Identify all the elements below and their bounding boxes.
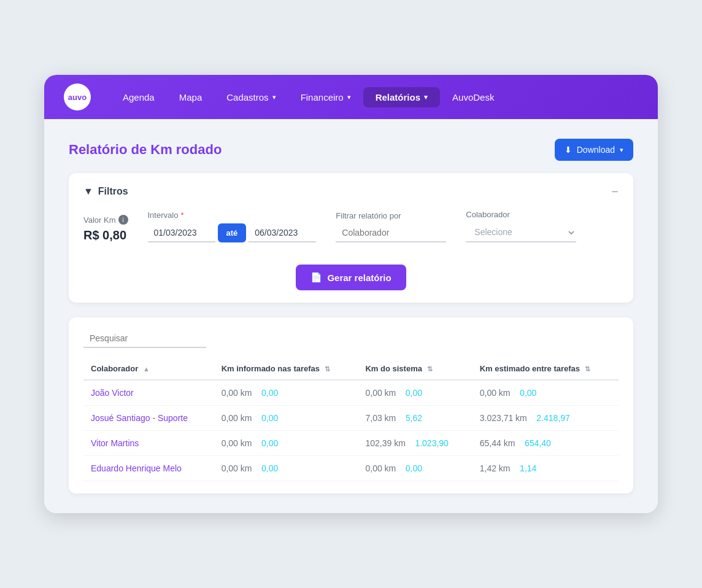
sort-both-icon[interactable]: ⇅ [325, 365, 330, 373]
chevron-down-icon: ▾ [620, 146, 623, 154]
nav-item-auvodesk[interactable]: AuvoDesk [440, 87, 506, 107]
filter-group-intervalo: Intervalo * até [148, 211, 317, 242]
cell-name[interactable]: Vitor Martins [83, 431, 214, 456]
chevron-down-icon: ▾ [272, 93, 276, 101]
file-icon: 📄 [310, 272, 322, 283]
intervalo-label: Intervalo * [148, 211, 317, 220]
info-icon: i [118, 215, 128, 225]
nav-items: Agenda Mapa Cadastros ▾ Financeiro ▾ Rel… [110, 87, 638, 107]
cell-name[interactable]: Eduardo Henrique Melo [83, 456, 214, 481]
page-header: Relatório de Km rodado ⬇ Download ▾ [69, 139, 633, 161]
colaborador-select[interactable]: Selecione [466, 223, 576, 242]
col-km-estimado: Km estimado entre tarefas ⇅ [472, 358, 619, 380]
download-icon: ⬇ [565, 145, 572, 155]
cell-km-informado: 0,00 km 0,00 [214, 380, 358, 406]
sort-asc-icon[interactable]: ▲ [143, 365, 150, 373]
cell-km-sistema: 0,00 km 0,00 [358, 456, 472, 481]
date-to-input[interactable] [249, 224, 316, 242]
cell-km-informado: 0,00 km 0,00 [214, 431, 358, 456]
table-row: Vitor Martins 0,00 km 0,00 102,39 km 1.0… [83, 431, 619, 456]
navbar: auvo Agenda Mapa Cadastros ▾ Financeiro … [44, 75, 658, 119]
km-table: Colaborador ▲ Km informado nas tarefas ⇅… [83, 358, 619, 481]
chevron-down-icon: ▾ [424, 93, 428, 101]
filters-row: Valor Km i R$ 0,80 Intervalo * até [83, 210, 619, 242]
cell-km-informado: 0,00 km 0,00 [214, 456, 358, 481]
filter-group-filtrar: Filtrar relatório por [336, 211, 446, 242]
cell-km-sistema: 0,00 km 0,00 [358, 380, 472, 406]
logo-text: auvo [68, 93, 87, 102]
nav-item-mapa[interactable]: Mapa [167, 87, 215, 107]
colaborador-label: Colaborador [466, 210, 576, 219]
col-km-informado: Km informado nas tarefas ⇅ [214, 358, 358, 380]
cell-km-estimado: 3.023,71 km 2.418,97 [472, 406, 619, 431]
table-row: Josué Santiago - Suporte 0,00 km 0,00 7,… [83, 406, 619, 431]
filters-title: ▼ Filtros [83, 186, 128, 197]
filter-group-colaborador: Colaborador Selecione [466, 210, 576, 242]
filter-icon: ▼ [83, 186, 93, 197]
collapse-button[interactable]: − [611, 185, 619, 198]
search-input[interactable] [83, 330, 206, 348]
col-colaborador: Colaborador ▲ [83, 358, 214, 380]
cell-km-estimado: 1,42 km 1,14 [472, 456, 619, 481]
table-card: Colaborador ▲ Km informado nas tarefas ⇅… [69, 317, 633, 493]
download-button[interactable]: ⬇ Download ▾ [555, 139, 633, 161]
nav-item-relatorios[interactable]: Relatórios ▾ [363, 87, 440, 107]
cell-km-sistema: 102,39 km 1.023,90 [358, 431, 472, 456]
filters-card: ▼ Filtros − Valor Km i R$ 0,80 In [69, 173, 633, 303]
table-header-row: Colaborador ▲ Km informado nas tarefas ⇅… [83, 358, 619, 380]
nav-item-financeiro[interactable]: Financeiro ▾ [288, 87, 363, 107]
date-separator: até [218, 223, 247, 242]
date-range: até [148, 223, 317, 242]
nav-item-cadastros[interactable]: Cadastros ▾ [214, 87, 288, 107]
filtrar-input[interactable] [336, 224, 446, 242]
search-row [83, 330, 619, 348]
cell-name[interactable]: Josué Santiago - Suporte [83, 406, 214, 431]
nav-item-agenda[interactable]: Agenda [110, 87, 167, 107]
app-container: auvo Agenda Mapa Cadastros ▾ Financeiro … [44, 75, 658, 513]
cell-km-informado: 0,00 km 0,00 [214, 406, 358, 431]
valor-km-label: Valor Km i [83, 215, 128, 225]
required-marker: * [180, 211, 183, 220]
gerar-btn-wrap: 📄 Gerar relatório [83, 252, 619, 290]
sort-both-icon[interactable]: ⇅ [585, 365, 590, 373]
sort-both-icon[interactable]: ⇅ [427, 365, 433, 373]
cell-km-sistema: 7,03 km 5,62 [358, 406, 472, 431]
filtrar-label: Filtrar relatório por [336, 211, 446, 220]
filter-group-valor-km: Valor Km i R$ 0,80 [83, 215, 128, 242]
table-row: João Victor 0,00 km 0,00 0,00 km 0,00 0,… [83, 380, 619, 406]
col-km-sistema: Km do sistema ⇅ [358, 358, 472, 380]
table-row: Eduardo Henrique Melo 0,00 km 0,00 0,00 … [83, 456, 619, 481]
filters-header: ▼ Filtros − [83, 185, 619, 198]
cell-km-estimado: 0,00 km 0,00 [472, 380, 619, 406]
page-title: Relatório de Km rodado [69, 142, 222, 158]
main-content: Relatório de Km rodado ⬇ Download ▾ ▼ Fi… [44, 119, 658, 513]
logo: auvo [64, 83, 91, 110]
chevron-down-icon: ▾ [347, 93, 351, 101]
date-from-input[interactable] [148, 224, 215, 242]
valor-km-value: R$ 0,80 [83, 228, 128, 242]
cell-km-estimado: 65,44 km 654,40 [472, 431, 619, 456]
gerar-relatorio-button[interactable]: 📄 Gerar relatório [296, 265, 406, 290]
cell-name[interactable]: João Victor [83, 380, 214, 406]
